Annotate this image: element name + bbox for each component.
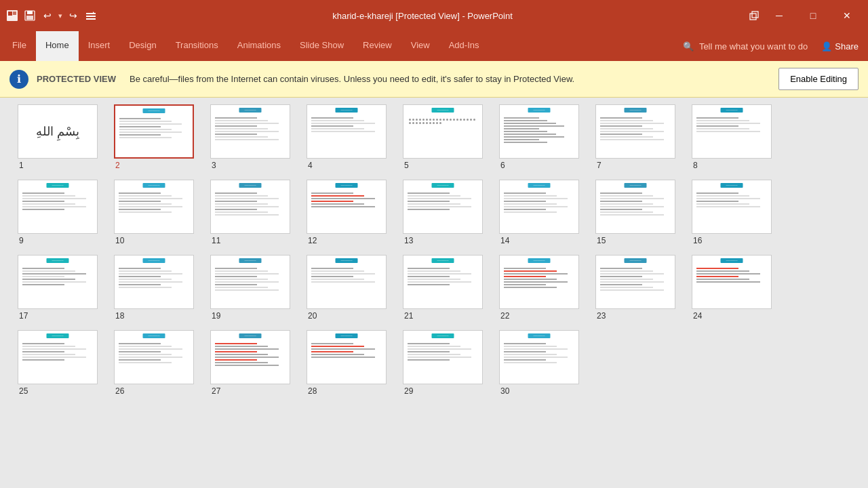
slide-thumb-30[interactable]: ────── [499, 330, 579, 384]
slide-item-1[interactable]: بِسْمِ اللهِ 1 [14, 104, 102, 170]
tab-design[interactable]: Design [119, 31, 165, 61]
svg-rect-7 [86, 16, 96, 17]
slide-number-13: 13 [399, 236, 413, 245]
slide-thumb-20[interactable]: ────── [307, 255, 387, 309]
slide-item-2[interactable]: ────── 2 [110, 104, 198, 170]
restore-icon[interactable] [747, 9, 761, 22]
slide-item-30[interactable]: ────── 30 [495, 330, 583, 396]
tab-animations[interactable]: Animations [228, 31, 290, 61]
tab-review[interactable]: Review [353, 31, 401, 61]
slide-item-8[interactable]: ────── 8 [688, 104, 776, 170]
slide-item-3[interactable]: ────── 3 [206, 104, 294, 170]
tab-home[interactable]: Home [36, 31, 79, 61]
slide-number-25: 25 [14, 386, 28, 396]
slide-item-23[interactable]: ────── 23 [591, 255, 679, 321]
slide-thumb-12[interactable]: ────── [307, 180, 387, 234]
slide-thumb-8[interactable]: ────── [692, 104, 772, 159]
slide-number-12: 12 [302, 236, 317, 245]
slide-item-27[interactable]: ────── 27 [206, 330, 294, 396]
slide-item-9[interactable]: ────── 9 [14, 180, 102, 245]
slide-number-22: 22 [495, 311, 509, 321]
slide-item-12[interactable]: ────── 12 [302, 180, 391, 245]
ribbon-search[interactable]: 🔍 Tell me what you want to do [676, 31, 814, 61]
slide-item-28[interactable]: ────── 28 [302, 330, 391, 396]
undo-icon[interactable]: ↩ [41, 9, 54, 22]
slide-item-17[interactable]: ────── 17 [14, 255, 102, 321]
slide-item-25[interactable]: ────── 25 [14, 330, 102, 396]
save-icon[interactable] [23, 9, 37, 22]
slide-thumb-17[interactable]: ────── [18, 255, 98, 309]
slide-item-6[interactable]: ────── 6 [495, 104, 583, 170]
slide-item-20[interactable]: ────── 20 [302, 255, 391, 321]
slide-thumb-25[interactable]: ────── [18, 330, 98, 384]
ribbon-tabs: File Home Insert Design Transitions Anim… [0, 31, 868, 61]
slide-item-14[interactable]: ────── 14 [495, 180, 583, 245]
slide-thumb-16[interactable]: ────── [692, 180, 772, 234]
slide-thumb-13[interactable]: ────── [403, 180, 483, 234]
slide-thumb-27[interactable]: ────── [210, 330, 290, 384]
slide-number-20: 20 [302, 311, 317, 321]
slide-item-11[interactable]: ────── 11 [206, 180, 294, 245]
slide-item-29[interactable]: ────── 29 [399, 330, 487, 396]
tab-file[interactable]: File [3, 31, 36, 61]
slide-thumb-2[interactable]: ────── [114, 104, 194, 159]
slide-item-16[interactable]: ────── 16 [688, 180, 776, 245]
share-button[interactable]: 👤 Share [814, 31, 865, 61]
tab-slideshow[interactable]: Slide Show [290, 31, 353, 61]
tab-view[interactable]: View [401, 31, 439, 61]
svg-rect-8 [86, 18, 96, 20]
slide-item-18[interactable]: ────── 18 [110, 255, 198, 321]
slide-thumb-29[interactable]: ────── [403, 330, 483, 384]
redo-icon[interactable]: ↪ [66, 9, 80, 22]
undo-dropdown[interactable]: ▾ [58, 12, 62, 20]
slide-thumb-7[interactable]: ────── [595, 104, 675, 159]
slide-number-3: 3 [206, 161, 216, 170]
slide-thumb-10[interactable]: ────── [114, 180, 194, 234]
slide-thumb-23[interactable]: ────── [595, 255, 675, 309]
slide-thumb-22[interactable]: ────── [499, 255, 579, 309]
slide-item-22[interactable]: ────── 22 [495, 255, 583, 321]
customize-icon[interactable] [84, 9, 98, 22]
slide-thumb-3[interactable]: ────── [210, 104, 290, 159]
slide-item-5[interactable]: ────── 5 [399, 104, 487, 170]
slide-thumb-24[interactable]: ────── [692, 255, 772, 309]
slide-thumb-14[interactable]: ────── [499, 180, 579, 234]
slide-number-19: 19 [206, 311, 220, 321]
slide-item-10[interactable]: ────── 10 [110, 180, 198, 245]
tab-addins[interactable]: Add-Ins [439, 31, 489, 61]
share-label: Share [835, 41, 859, 52]
slide-number-24: 24 [688, 311, 702, 321]
slide-item-21[interactable]: ────── 21 [399, 255, 487, 321]
slide-item-4[interactable]: ────── 4 [302, 104, 391, 170]
enable-editing-button[interactable]: Enable Editing [778, 68, 859, 90]
minimize-button[interactable]: ─ [764, 0, 795, 31]
slide-thumb-1[interactable]: بِسْمِ اللهِ [18, 104, 98, 159]
slide-thumb-21[interactable]: ────── [403, 255, 483, 309]
slide-thumb-26[interactable]: ────── [114, 330, 194, 384]
slide-thumb-28[interactable]: ────── [307, 330, 387, 384]
slide-item-13[interactable]: ────── 13 [399, 180, 487, 245]
tab-insert[interactable]: Insert [79, 31, 120, 61]
app-icon[interactable] [5, 9, 19, 22]
slide-item-26[interactable]: ────── 26 [110, 330, 198, 396]
slide-thumb-9[interactable]: ────── [18, 180, 98, 234]
slide-thumb-11[interactable]: ────── [210, 180, 290, 234]
slide-number-23: 23 [591, 311, 606, 321]
tab-transitions[interactable]: Transitions [166, 31, 228, 61]
share-icon: 👤 [821, 41, 832, 52]
slide-thumb-4[interactable]: ────── [307, 104, 387, 159]
slide-number-8: 8 [688, 161, 698, 170]
slide-thumb-19[interactable]: ────── [210, 255, 290, 309]
slide-thumb-15[interactable]: ────── [595, 180, 675, 234]
slide-item-15[interactable]: ────── 15 [591, 180, 679, 245]
slide-item-19[interactable]: ────── 19 [206, 255, 294, 321]
slide-item-7[interactable]: ────── 7 [591, 104, 679, 170]
title-bar-controls: ─ □ ✕ [747, 0, 863, 31]
slide-thumb-6[interactable]: ────── [499, 104, 579, 159]
slide-thumb-5[interactable]: ────── [403, 104, 483, 159]
slide-item-24[interactable]: ────── 24 [688, 255, 776, 321]
slide-thumb-18[interactable]: ────── [114, 255, 194, 309]
close-button[interactable]: ✕ [831, 0, 863, 31]
slide-number-30: 30 [495, 386, 509, 396]
maximize-button[interactable]: □ [797, 0, 829, 31]
